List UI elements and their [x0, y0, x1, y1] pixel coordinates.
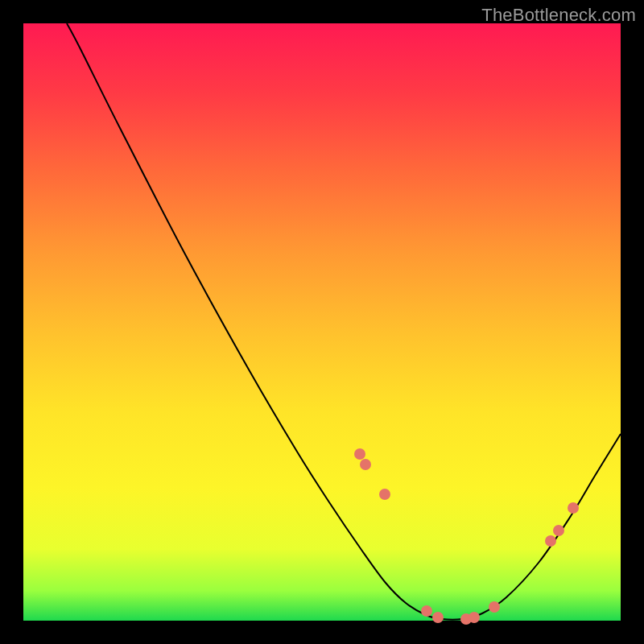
- marker-dot: [432, 612, 444, 623]
- marker-dot: [354, 448, 365, 460]
- marker-dot: [469, 612, 480, 623]
- chart-svg: [23, 23, 621, 621]
- marker-dot: [545, 535, 556, 547]
- marker-pill: [407, 573, 430, 601]
- marker-dot: [489, 601, 500, 613]
- marker-dot: [360, 459, 371, 470]
- bottleneck-curve: [67, 23, 621, 620]
- marker-pill: [394, 542, 408, 563]
- marker-dot: [379, 489, 390, 500]
- watermark-text: TheBottleneck.com: [481, 5, 636, 26]
- markers-group: [354, 448, 579, 625]
- marker-pill: [371, 507, 387, 532]
- chart-frame: [23, 23, 621, 621]
- marker-dot: [553, 525, 564, 536]
- marker-dot: [568, 502, 579, 514]
- marker-dot: [421, 605, 432, 617]
